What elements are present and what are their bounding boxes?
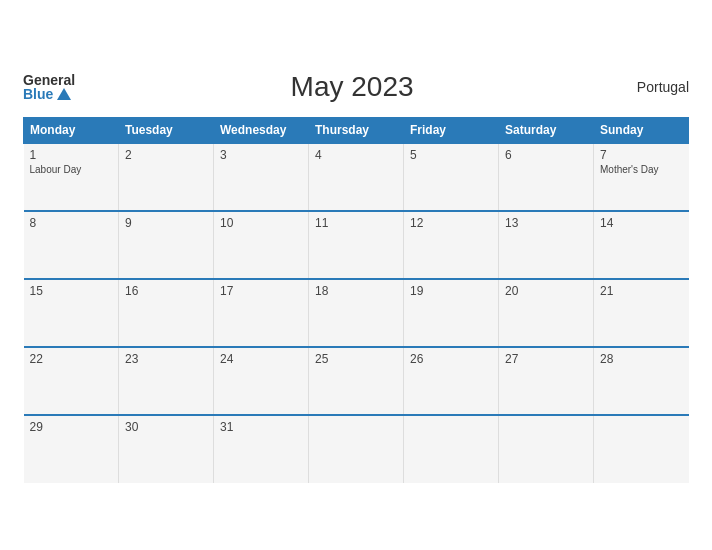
calendar-cell: 29 [24, 415, 119, 483]
day-number: 4 [315, 148, 397, 162]
day-number: 14 [600, 216, 683, 230]
day-number: 7 [600, 148, 683, 162]
day-number: 12 [410, 216, 492, 230]
calendar-cell: 27 [499, 347, 594, 415]
day-number: 6 [505, 148, 587, 162]
day-number: 24 [220, 352, 302, 366]
day-number: 25 [315, 352, 397, 366]
logo-blue-label: Blue [23, 87, 53, 101]
calendar-header-row: Monday Tuesday Wednesday Thursday Friday… [24, 118, 689, 144]
calendar-week-2: 891011121314 [24, 211, 689, 279]
calendar-cell: 24 [214, 347, 309, 415]
calendar-header: General Blue May 2023 Portugal [23, 71, 689, 103]
col-sunday: Sunday [594, 118, 689, 144]
calendar-cell: 2 [119, 143, 214, 211]
holiday-label: Mother's Day [600, 164, 683, 175]
day-number: 26 [410, 352, 492, 366]
calendar-week-4: 22232425262728 [24, 347, 689, 415]
calendar-cell: 16 [119, 279, 214, 347]
calendar-cell: 23 [119, 347, 214, 415]
day-number: 18 [315, 284, 397, 298]
holiday-label: Labour Day [30, 164, 113, 175]
calendar-cell: 5 [404, 143, 499, 211]
calendar-cell: 11 [309, 211, 404, 279]
calendar-cell: 9 [119, 211, 214, 279]
day-number: 8 [30, 216, 113, 230]
day-number: 27 [505, 352, 587, 366]
calendar-cell [309, 415, 404, 483]
calendar-cell: 12 [404, 211, 499, 279]
day-number: 2 [125, 148, 207, 162]
calendar-table: Monday Tuesday Wednesday Thursday Friday… [23, 117, 689, 483]
calendar-container: General Blue May 2023 Portugal Monday Tu… [11, 55, 701, 495]
col-wednesday: Wednesday [214, 118, 309, 144]
logo-area: General Blue [23, 73, 75, 101]
calendar-cell: 14 [594, 211, 689, 279]
country-label: Portugal [629, 79, 689, 95]
day-number: 13 [505, 216, 587, 230]
calendar-cell: 10 [214, 211, 309, 279]
day-number: 15 [30, 284, 113, 298]
day-number: 19 [410, 284, 492, 298]
day-number: 1 [30, 148, 113, 162]
calendar-cell: 4 [309, 143, 404, 211]
day-number: 23 [125, 352, 207, 366]
day-number: 29 [30, 420, 113, 434]
calendar-cell: 1Labour Day [24, 143, 119, 211]
calendar-cell: 30 [119, 415, 214, 483]
calendar-cell: 19 [404, 279, 499, 347]
calendar-cell [404, 415, 499, 483]
day-number: 28 [600, 352, 683, 366]
calendar-cell [499, 415, 594, 483]
logo-blue-text: Blue [23, 87, 71, 101]
day-number: 3 [220, 148, 302, 162]
day-number: 21 [600, 284, 683, 298]
col-saturday: Saturday [499, 118, 594, 144]
day-number: 16 [125, 284, 207, 298]
calendar-cell: 7Mother's Day [594, 143, 689, 211]
calendar-cell: 15 [24, 279, 119, 347]
day-number: 5 [410, 148, 492, 162]
calendar-week-5: 293031 [24, 415, 689, 483]
calendar-cell: 21 [594, 279, 689, 347]
calendar-week-3: 15161718192021 [24, 279, 689, 347]
calendar-cell: 6 [499, 143, 594, 211]
calendar-cell [594, 415, 689, 483]
day-number: 22 [30, 352, 113, 366]
col-friday: Friday [404, 118, 499, 144]
day-number: 17 [220, 284, 302, 298]
calendar-cell: 20 [499, 279, 594, 347]
calendar-title: May 2023 [75, 71, 629, 103]
calendar-cell: 8 [24, 211, 119, 279]
col-thursday: Thursday [309, 118, 404, 144]
day-number: 20 [505, 284, 587, 298]
calendar-cell: 26 [404, 347, 499, 415]
calendar-cell: 25 [309, 347, 404, 415]
calendar-thead: Monday Tuesday Wednesday Thursday Friday… [24, 118, 689, 144]
calendar-cell: 22 [24, 347, 119, 415]
calendar-body: 1Labour Day234567Mother's Day89101112131… [24, 143, 689, 483]
logo-general-text: General [23, 73, 75, 87]
day-number: 10 [220, 216, 302, 230]
day-number: 30 [125, 420, 207, 434]
calendar-cell: 18 [309, 279, 404, 347]
day-number: 11 [315, 216, 397, 230]
col-monday: Monday [24, 118, 119, 144]
calendar-cell: 3 [214, 143, 309, 211]
calendar-cell: 31 [214, 415, 309, 483]
calendar-cell: 13 [499, 211, 594, 279]
calendar-cell: 17 [214, 279, 309, 347]
calendar-cell: 28 [594, 347, 689, 415]
calendar-week-1: 1Labour Day234567Mother's Day [24, 143, 689, 211]
day-number: 31 [220, 420, 302, 434]
logo-triangle-icon [57, 88, 71, 100]
col-tuesday: Tuesday [119, 118, 214, 144]
day-number: 9 [125, 216, 207, 230]
